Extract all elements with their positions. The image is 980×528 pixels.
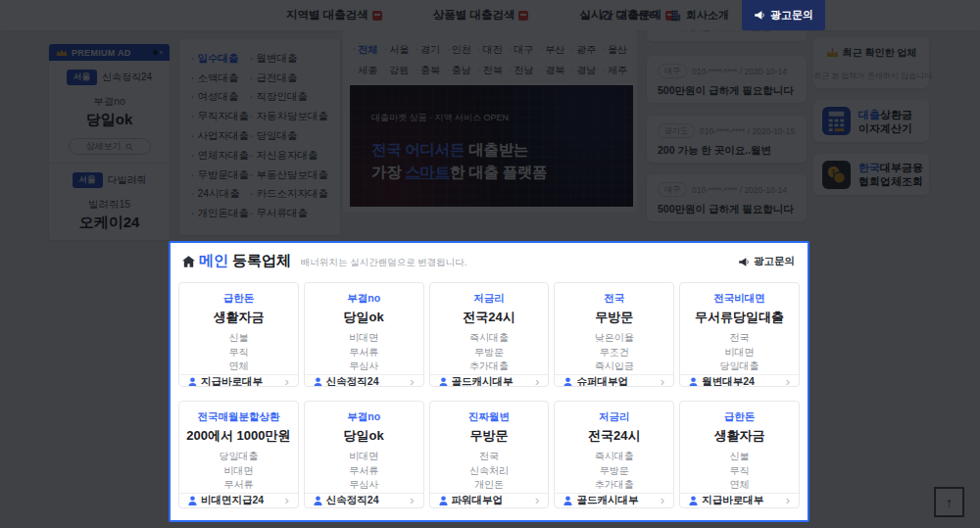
chevron-right-icon: ›	[410, 375, 414, 387]
card-feature: 즉시대출	[469, 331, 509, 346]
card-feature: 신불	[228, 331, 248, 346]
card-tag: 진짜월변	[468, 410, 510, 424]
business-card[interactable]: 전국매월분할상환 200에서 1000만원 당일대출비대면무서류 비대면지급24…	[178, 401, 299, 508]
card-title: 전국24시	[463, 309, 514, 326]
chevron-right-icon: ›	[535, 375, 539, 387]
person-icon	[689, 496, 698, 505]
card-feature: 무조건	[595, 346, 634, 360]
person-icon	[689, 377, 698, 387]
card-feature: 당일대출	[219, 450, 258, 464]
card-features: 즉시대출무방문추가대출	[469, 331, 509, 374]
card-tag: 저금리	[599, 410, 630, 424]
card-features: 당일대출비대면무서류	[219, 450, 258, 493]
business-card[interactable]: 부결no 당일ok 비대면무서류무심사 신속정직24›	[304, 282, 424, 387]
section-title-highlight: 메인	[199, 252, 228, 270]
card-company: 슈퍼대부업	[576, 375, 628, 388]
card-feature: 연체	[228, 360, 248, 374]
chevron-right-icon: ›	[661, 494, 664, 506]
card-feature: 비대면	[349, 450, 378, 464]
business-card-grid: 급한돈 생활자금 신불무직연체 지급바로대부› 부결no 당일ok 비대면무서류…	[178, 282, 800, 508]
card-company: 지급바로대부	[201, 375, 263, 388]
ad-inquiry-label: 광고문의	[770, 8, 813, 23]
card-features: 비대면무서류무심사	[349, 450, 378, 493]
card-company: 골드캐시대부	[576, 494, 638, 507]
card-company: 신속정직24	[326, 375, 379, 388]
main-registered-section: 메인등록업체 배너위치는 실시간랜덤으로 변경됩니다. 광고문의 급한돈 생활자…	[169, 241, 809, 522]
chevron-right-icon: ›	[284, 375, 288, 387]
chevron-right-icon: ›	[661, 375, 664, 387]
card-feature: 개인돈	[469, 478, 509, 493]
card-title: 전국24시	[588, 427, 640, 445]
section-header: 메인등록업체 배너위치는 실시간랜덤으로 변경됩니다.	[182, 252, 466, 270]
card-title: 당일ok	[344, 309, 384, 326]
person-icon	[314, 377, 322, 387]
person-icon	[564, 496, 572, 505]
card-footer: 비대면지급24›	[179, 493, 298, 508]
card-footer: 슈퍼대부업›	[555, 374, 673, 388]
business-card[interactable]: 부결no 당일ok 비대면무서류무심사 신속정직24›	[304, 401, 424, 508]
card-feature: 신속처리	[469, 464, 509, 479]
card-footer: 신속정직24›	[305, 493, 423, 508]
card-feature: 당일대출	[720, 360, 760, 374]
chevron-right-icon: ›	[786, 494, 790, 506]
person-icon	[439, 496, 448, 505]
card-title: 당일ok	[344, 427, 384, 445]
section-subtitle: 배너위치는 실시간랜덤으로 변경됩니다.	[301, 257, 466, 269]
section-title: 등록업체	[232, 252, 291, 270]
card-title: 생활자금	[213, 309, 264, 326]
card-feature: 전국	[720, 331, 760, 346]
ad-inquiry-button[interactable]: 광고문의	[742, 0, 825, 30]
person-icon	[439, 377, 448, 387]
business-card[interactable]: 급한돈 생활자금 신불무직연체 지급바로대부›	[679, 401, 800, 508]
business-card[interactable]: 급한돈 생활자금 신불무직연체 지급바로대부›	[178, 282, 299, 387]
megaphone-icon	[738, 257, 750, 267]
card-tag: 부결no	[347, 292, 380, 306]
card-feature: 즉시대출	[595, 450, 634, 464]
card-features: 전국신속처리개인돈	[469, 450, 509, 493]
card-title: 무방문	[595, 309, 633, 326]
card-feature: 전국	[469, 450, 509, 464]
card-company: 골드캐시대부	[452, 375, 514, 388]
business-card[interactable]: 전국비대면 무서류당일대출 전국비대면당일대출 월변대부24›	[679, 282, 800, 387]
card-tag: 급한돈	[724, 410, 756, 424]
card-feature: 연체	[730, 478, 750, 493]
card-footer: 지급바로대부›	[179, 374, 298, 388]
card-footer: 월변대부24›	[680, 374, 799, 388]
business-card[interactable]: 전국 무방문 낮은이율무조건즉시입금 슈퍼대부업›	[554, 282, 674, 387]
card-feature: 무서류	[349, 346, 378, 360]
section-ad-inquiry-link[interactable]: 광고문의	[738, 255, 795, 268]
card-feature: 무심사	[349, 360, 378, 374]
card-title: 무서류당일대출	[695, 309, 784, 326]
card-features: 낮은이율무조건즉시입금	[595, 331, 634, 374]
business-card[interactable]: 저금리 전국24시 즉시대출무방문추가대출 골드캐시대부›	[429, 282, 550, 387]
card-feature: 무직	[228, 346, 248, 360]
card-features: 즉시대출무방문추가대출	[595, 450, 634, 493]
chevron-right-icon: ›	[410, 494, 414, 506]
card-tag: 전국비대면	[713, 292, 765, 306]
card-feature: 추가대출	[469, 360, 509, 374]
card-tag: 저금리	[473, 292, 505, 306]
card-footer: 골드캐시대부›	[555, 493, 673, 508]
card-feature: 즉시입금	[595, 360, 634, 374]
card-feature: 무방문	[595, 464, 634, 479]
business-card[interactable]: 저금리 전국24시 즉시대출무방문추가대출 골드캐시대부›	[554, 401, 674, 508]
card-features: 비대면무서류무심사	[349, 331, 378, 374]
card-tag: 전국매월분할상환	[197, 410, 279, 424]
megaphone-icon	[754, 10, 765, 21]
card-title: 무방문	[469, 427, 508, 445]
card-footer: 파워대부업›	[430, 493, 549, 508]
card-footer: 골드캐시대부›	[430, 374, 549, 388]
card-company: 비대면지급24	[201, 494, 264, 507]
card-title: 생활자금	[714, 427, 765, 445]
card-feature: 비대면	[720, 346, 760, 360]
card-feature: 무직	[730, 464, 750, 479]
card-feature: 추가대출	[595, 478, 634, 493]
person-icon	[188, 496, 197, 505]
card-tag: 전국	[604, 292, 624, 306]
person-icon	[314, 496, 322, 505]
business-card[interactable]: 진짜월변 무방문 전국신속처리개인돈 파워대부업›	[429, 401, 550, 508]
person-icon	[564, 377, 572, 387]
chevron-right-icon: ›	[535, 494, 539, 506]
chevron-right-icon: ›	[786, 375, 790, 387]
card-feature: 무심사	[349, 478, 378, 493]
